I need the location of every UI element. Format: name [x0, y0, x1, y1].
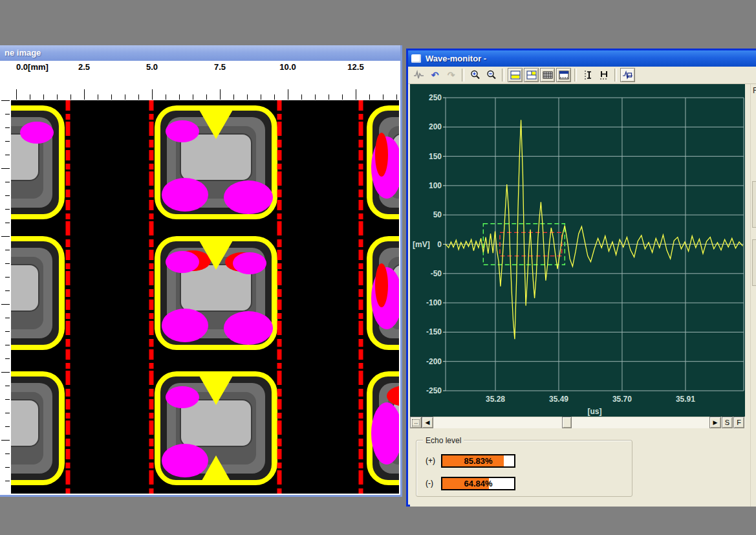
ruler-tick: [5, 114, 10, 115]
scroll-right-button[interactable]: ▶: [709, 417, 721, 428]
zoom-in-icon: [470, 70, 481, 80]
side-panel-button-stub[interactable]: [752, 181, 756, 228]
ruler-tick: [396, 94, 397, 100]
scan-die: [155, 105, 277, 219]
s-button-label: S: [725, 419, 729, 426]
header-table-button[interactable]: [556, 68, 571, 82]
echo-plus-label: (+): [426, 456, 435, 465]
x-tick-label: 35.91: [676, 395, 695, 404]
ruler-tick: [301, 94, 302, 100]
ruler-tick: [5, 209, 10, 210]
wave-monitor-window: Wave-monitor - ↶↷ -250-200-150-100-50050…: [406, 49, 756, 507]
y-tick-label: 250: [429, 93, 442, 102]
toolbar-separator: [574, 69, 577, 82]
ruler-tick: [5, 413, 10, 413]
ruler-tick: [1, 100, 10, 101]
split-corner-button[interactable]: [524, 68, 539, 82]
grid-icon: [543, 71, 553, 80]
y-tick-label: 200: [429, 122, 442, 131]
image-window-titlebar[interactable]: ne image: [0, 45, 400, 61]
ruler-tick: [5, 426, 10, 427]
split-corner-icon: [526, 71, 537, 80]
ruler-tick: [125, 94, 125, 100]
ruler-tick: [5, 223, 10, 223]
ruler-tick: [383, 94, 383, 100]
ruler-tick: [193, 94, 193, 100]
arrow-left-icon: ◀: [426, 419, 430, 426]
right-side-panel: F: [750, 84, 756, 507]
waveform-plot-panel: -250-200-150-100-5005010015020025035.283…: [410, 84, 745, 417]
ruler-tick: [5, 155, 10, 155]
wave-gate-button[interactable]: [620, 68, 635, 82]
ruler-tick: [111, 94, 112, 100]
ruler-tick: [30, 94, 30, 100]
ruler-tick: [274, 94, 275, 100]
undo-button[interactable]: ↶: [427, 68, 442, 82]
zoom-out-icon: [486, 70, 497, 80]
ruler-tick: [166, 94, 166, 100]
ruler-tick: [138, 94, 139, 100]
ruler-tick: [5, 467, 10, 468]
arrow-right-icon: ▶: [713, 419, 718, 426]
ruler-tick: [5, 358, 10, 359]
side-panel-label: F: [753, 86, 756, 95]
ruler-tick: [1, 236, 10, 237]
scan-die: [11, 105, 65, 219]
split-bottom-icon: [510, 71, 521, 80]
scan-die: [11, 236, 65, 350]
ruler-tick: [1, 372, 10, 373]
f-button[interactable]: F: [733, 417, 744, 428]
zoom-out-button[interactable]: [484, 68, 499, 82]
waveform-plot[interactable]: -250-200-150-100-5005010015020025035.283…: [410, 84, 745, 417]
scroll-left-button[interactable]: ◀: [422, 417, 433, 428]
scrollbar-thumb[interactable]: [562, 417, 572, 428]
wave-gate-icon: [622, 70, 633, 80]
lower-panel: Echo level (+) 85.83% (-) 64.84%: [410, 428, 756, 507]
zoom-in-button[interactable]: [468, 68, 482, 82]
ruler-tick: [5, 263, 10, 264]
vertical-ruler: [0, 61, 11, 495]
ruler-tick: [1, 440, 10, 441]
ruler-tick: [5, 331, 10, 332]
wave-monitor-titlebar[interactable]: Wave-monitor -: [408, 50, 756, 67]
pan-mode-icon: ↔: [412, 419, 420, 426]
acoustic-scan-image[interactable]: [11, 100, 399, 494]
wave-toolbar: ↶↷: [408, 67, 756, 84]
ruler-tick: [329, 94, 329, 100]
ruler-tick: [315, 94, 316, 100]
h-cursor-icon: [599, 70, 609, 80]
ruler-tick: [5, 290, 10, 291]
ruler-tick: [5, 345, 10, 345]
waveform-button[interactable]: [411, 68, 426, 82]
scan-die: [155, 371, 277, 485]
grid-button[interactable]: [540, 68, 555, 82]
ruler-tick: [5, 481, 10, 481]
plot-background: [410, 84, 745, 417]
ruler-tick: [5, 318, 10, 318]
ruler-tick: [233, 94, 234, 100]
scan-die: [367, 105, 399, 219]
echo-level-label: Echo level: [423, 436, 464, 445]
pan-mode-button[interactable]: ↔: [410, 417, 422, 428]
side-panel-button-stub[interactable]: [752, 239, 756, 286]
y-tick-label: 0: [437, 240, 442, 249]
ruler-tick: [179, 94, 180, 100]
y-tick-label: 150: [429, 152, 442, 161]
ruler-tick: [70, 94, 71, 100]
image-window-client: 0.0[mm]2.55.07.510.012.5: [0, 61, 400, 495]
h-cursor-button[interactable]: [596, 68, 611, 82]
ruler-tick: [152, 89, 153, 100]
echo-plus-bar: 85.83%: [441, 454, 515, 468]
split-bottom-button[interactable]: [508, 68, 523, 82]
window-icon: [411, 54, 421, 63]
redo-button[interactable]: ↷: [444, 68, 459, 82]
image-window: ne image 0.0[mm]2.55.07.510.012.5: [0, 45, 402, 497]
v-cursor-button[interactable]: [580, 68, 595, 82]
ruler-tick: [57, 94, 58, 100]
ruler-tick: [84, 89, 85, 100]
ruler-tick: [98, 94, 98, 100]
ruler-tick: [1, 168, 10, 169]
ruler-tick: [206, 94, 207, 100]
ruler-tick: [5, 127, 10, 128]
s-button[interactable]: S: [722, 417, 733, 428]
